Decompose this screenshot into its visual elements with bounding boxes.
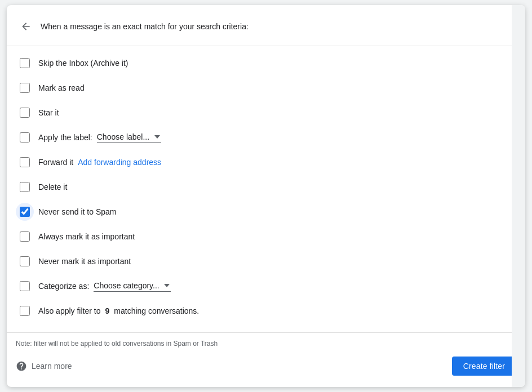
row-always-important: Always mark it as important: [16, 224, 512, 249]
filter-note: Note: filter will not be applied to old …: [16, 340, 516, 348]
row-never-spam: Never send it to Spam: [16, 199, 512, 224]
label-mark-as-read: Mark as read: [38, 83, 85, 92]
checkbox-apply-label[interactable]: [20, 132, 30, 142]
checkbox-categorize-as-wrapper[interactable]: [16, 277, 34, 295]
create-filter-button[interactable]: Create filter: [452, 357, 516, 376]
help-icon: [16, 360, 27, 372]
checkbox-delete-it[interactable]: [20, 182, 30, 192]
dialog-body: Skip the Inbox (Archive it) Mark as read…: [7, 46, 525, 332]
row-mark-as-read: Mark as read: [16, 75, 512, 100]
footer-actions: Learn more Create filter: [16, 357, 516, 376]
row-apply-label: Apply the label: Choose label...: [16, 125, 512, 150]
label-categorize-as: Categorize as: Choose category...: [38, 281, 171, 292]
checkbox-forward-it-wrapper[interactable]: [16, 153, 34, 171]
checkbox-never-important[interactable]: [20, 256, 30, 266]
right-panel-decoration: [512, 5, 525, 387]
checkbox-never-spam[interactable]: [20, 207, 30, 217]
label-delete-it: Delete it: [38, 182, 67, 191]
label-always-important: Always mark it as important: [38, 232, 135, 241]
checkbox-apply-label-wrapper[interactable]: [16, 128, 34, 146]
row-also-apply: Also apply filter to 9 matching conversa…: [16, 299, 512, 323]
row-delete-it: Delete it: [16, 175, 512, 199]
choose-category-select[interactable]: Choose category...: [94, 281, 171, 290]
checkbox-always-important-wrapper[interactable]: [16, 228, 34, 246]
checkbox-skip-inbox-wrapper[interactable]: [16, 54, 34, 72]
checkbox-mark-as-read[interactable]: [20, 83, 30, 93]
checkbox-star-it[interactable]: [20, 108, 30, 118]
choose-label-wrapper: Choose label...: [97, 132, 161, 143]
learn-more-section: Learn more: [16, 360, 72, 372]
checkbox-mark-as-read-wrapper[interactable]: [16, 79, 34, 97]
learn-more-link[interactable]: Learn more: [32, 362, 72, 371]
checkbox-also-apply-wrapper[interactable]: [16, 302, 34, 320]
row-categorize-as: Categorize as: Choose category...: [16, 274, 512, 299]
checkbox-categorize-as[interactable]: [20, 281, 30, 291]
label-star-it: Star it: [38, 108, 59, 117]
dialog-footer: Note: filter will not be applied to old …: [7, 332, 525, 387]
label-forward-it: Forward it Add forwarding address: [38, 158, 161, 167]
checkbox-star-it-wrapper[interactable]: [16, 104, 34, 122]
label-never-important: Never mark it as important: [38, 257, 131, 266]
checkbox-never-spam-wrapper[interactable]: [16, 203, 34, 221]
checkbox-delete-it-wrapper[interactable]: [16, 178, 34, 196]
filter-dialog: When a message is an exact match for you…: [7, 5, 525, 387]
back-button[interactable]: [16, 16, 36, 37]
back-arrow-icon: [20, 21, 32, 32]
dialog-header: When a message is an exact match for you…: [7, 5, 525, 46]
row-star-it: Star it: [16, 100, 512, 125]
checkbox-never-important-wrapper[interactable]: [16, 252, 34, 270]
choose-label-select[interactable]: Choose label...: [97, 132, 161, 141]
dialog-title: When a message is an exact match for you…: [41, 22, 249, 31]
row-forward-it: Forward it Add forwarding address: [16, 150, 512, 175]
checkbox-also-apply[interactable]: [20, 306, 30, 316]
label-apply-label: Apply the label: Choose label...: [38, 132, 161, 143]
choose-category-wrapper: Choose category...: [94, 281, 171, 292]
label-never-spam: Never send it to Spam: [38, 207, 117, 216]
checkbox-always-important[interactable]: [20, 231, 30, 242]
row-never-important: Never mark it as important: [16, 249, 512, 274]
row-skip-inbox: Skip the Inbox (Archive it): [16, 51, 512, 75]
add-forwarding-address-link[interactable]: Add forwarding address: [78, 158, 161, 167]
checkbox-forward-it[interactable]: [20, 157, 30, 167]
label-also-apply: Also apply filter to 9 matching conversa…: [38, 306, 199, 315]
label-skip-inbox: Skip the Inbox (Archive it): [38, 59, 128, 68]
checkbox-skip-inbox[interactable]: [20, 58, 30, 68]
